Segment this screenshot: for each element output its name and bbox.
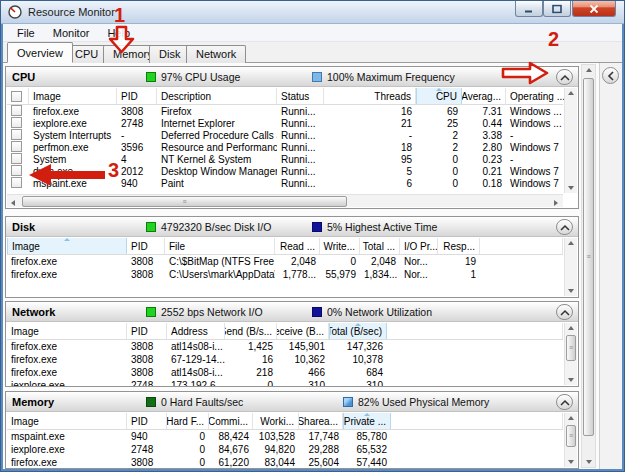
table-row[interactable]: firefox.exe3808atl14s08-i...218466684: [7, 366, 563, 379]
scroll-up-icon[interactable]: [565, 88, 577, 99]
memory-col-working[interactable]: Worki...: [253, 413, 299, 429]
tab-network[interactable]: Network: [186, 45, 246, 63]
cpu-section-header[interactable]: CPU 97% CPU Usage 100% Maximum Frequency: [6, 67, 578, 87]
minimize-icon: [524, 4, 534, 13]
select-all-checkbox[interactable]: [11, 91, 22, 102]
scroll-up-icon[interactable]: [565, 413, 577, 424]
scrollbar-thumb[interactable]: ≡: [566, 425, 576, 447]
scroll-down-icon[interactable]: [565, 374, 577, 385]
disk-vertical-scrollbar[interactable]: [564, 238, 577, 296]
close-icon: [590, 4, 599, 13]
title-bar[interactable]: Resource Monitor: [1, 1, 624, 24]
table-row[interactable]: iexplore.exe2748084,67694,82029,28865,53…: [7, 443, 563, 456]
row-checkbox[interactable]: [11, 117, 22, 128]
network-section-header[interactable]: Network 2552 bps Network I/O 0% Network …: [6, 302, 578, 322]
network-col-address[interactable]: Address: [167, 323, 225, 339]
expand-panel-button[interactable]: [602, 67, 619, 84]
memory-section-header[interactable]: Memory 0 Hard Faults/sec 82% Used Physic…: [6, 392, 578, 412]
cpu-col-os[interactable]: Operating ...: [506, 88, 565, 104]
scroll-down-icon[interactable]: [583, 456, 595, 467]
disk-col-pid[interactable]: PID: [127, 238, 165, 254]
network-col-image[interactable]: Image: [7, 323, 127, 339]
scroll-down-icon[interactable]: [565, 182, 577, 193]
disk-collapse-button[interactable]: [556, 219, 573, 235]
scroll-down-icon[interactable]: [565, 285, 577, 296]
cpu-table-header: Image PID Description Status Threads CPU…: [7, 88, 563, 105]
cpu-col-status[interactable]: Status: [277, 88, 324, 104]
memory-col-hard-faults[interactable]: Hard F...: [167, 413, 209, 429]
memory-section-title: Memory: [12, 396, 54, 408]
disk-col-response[interactable]: Resp...: [438, 238, 480, 254]
memory-col-shareable[interactable]: Sharea...: [299, 413, 343, 429]
table-row[interactable]: perfmon.exe3596Resource and Performance …: [7, 141, 563, 153]
close-button[interactable]: [572, 1, 616, 17]
disk-section-header[interactable]: Disk 4792320 B/sec Disk I/O 5% Highest A…: [6, 217, 578, 237]
scrollbar-thumb[interactable]: ≡: [566, 335, 576, 361]
memory-vertical-scrollbar[interactable]: ≡: [564, 413, 577, 467]
scroll-left-icon[interactable]: [8, 196, 20, 207]
main-vertical-scrollbar[interactable]: ≡: [581, 64, 596, 468]
memory-col-commit[interactable]: Commi...: [209, 413, 253, 429]
table-row[interactable]: firefox.exe3808C:\$BitMap (NTFS Free Sp.…: [7, 255, 563, 268]
memory-table-rows: mspaint.exe940088,424103,52817,74885,780…: [7, 430, 563, 468]
table-row[interactable]: firefox.exe3808061,22083,04425,60457,440: [7, 456, 563, 468]
row-checkbox[interactable]: [11, 105, 22, 116]
table-row[interactable]: firefox.exe380867-129-14...1610,36210,37…: [7, 353, 563, 366]
disk-section-title: Disk: [12, 221, 35, 233]
row-checkbox[interactable]: [11, 177, 22, 188]
network-col-total[interactable]: Total (B/sec): [329, 323, 387, 339]
row-checkbox[interactable]: [11, 129, 22, 140]
disk-col-total[interactable]: Total ...: [360, 238, 400, 254]
table-row[interactable]: firefox.exe3808C:\Users\mark\AppData\L..…: [7, 268, 563, 281]
disk-col-file[interactable]: File: [165, 238, 275, 254]
cpu-vertical-scrollbar[interactable]: [564, 88, 577, 193]
green-swatch-icon: [146, 397, 156, 407]
scroll-up-icon[interactable]: [583, 65, 595, 76]
row-checkbox[interactable]: [11, 153, 22, 164]
scrollbar-thumb[interactable]: ≡: [22, 196, 347, 207]
disk-col-read[interactable]: Read ...: [275, 238, 320, 254]
memory-col-pid[interactable]: PID: [127, 413, 167, 429]
memory-collapse-button[interactable]: [556, 394, 573, 410]
cpu-col-pid[interactable]: PID: [117, 88, 157, 104]
chevron-left-icon: [607, 71, 615, 81]
table-row[interactable]: iexplore.exe2748Internet ExplorerRunni..…: [7, 117, 563, 129]
cpu-collapse-button[interactable]: [556, 69, 573, 85]
scrollbar-thumb[interactable]: ≡: [583, 78, 594, 436]
network-col-pid[interactable]: PID: [127, 323, 167, 339]
tab-disk[interactable]: Disk: [149, 45, 190, 63]
cpu-col-average[interactable]: Averag...: [462, 88, 506, 104]
disk-col-io[interactable]: I/O Pr...: [400, 238, 438, 254]
memory-col-image[interactable]: Image: [7, 413, 127, 429]
minimize-button[interactable]: [515, 1, 543, 17]
cpu-horizontal-scrollbar[interactable]: ≡: [7, 194, 563, 207]
scroll-up-icon[interactable]: [565, 323, 577, 334]
table-row[interactable]: firefox.exe3808atl14s08-i...1,425145,901…: [7, 340, 563, 353]
table-row[interactable]: firefox.exe3808FirefoxRunni...16697.31Wi…: [7, 105, 563, 117]
network-col-receive[interactable]: Receive (B...: [277, 323, 329, 339]
scroll-right-icon[interactable]: [550, 196, 562, 207]
network-collapse-button[interactable]: [556, 304, 573, 320]
green-swatch-icon: [146, 72, 156, 82]
network-vertical-scrollbar[interactable]: ≡: [564, 323, 577, 385]
cpu-col-description[interactable]: Description: [157, 88, 277, 104]
maximize-button[interactable]: [543, 1, 571, 17]
table-row[interactable]: mspaint.exe940088,424103,52817,74885,780: [7, 430, 563, 443]
cpu-col-cpu[interactable]: CPU: [416, 88, 462, 104]
cpu-col-image[interactable]: Image: [29, 88, 117, 104]
table-row[interactable]: System Interrupts-Deferred Procedure Cal…: [7, 129, 563, 141]
network-col-send[interactable]: Send (B/s...: [225, 323, 277, 339]
scroll-down-icon[interactable]: [565, 456, 577, 467]
row-checkbox[interactable]: [11, 141, 22, 152]
memory-col-private[interactable]: Private ...: [343, 413, 391, 429]
scroll-up-icon[interactable]: [565, 238, 577, 249]
menu-monitor[interactable]: Monitor: [45, 26, 98, 40]
row-checkbox[interactable]: [11, 165, 22, 176]
disk-col-write[interactable]: Write...: [320, 238, 360, 254]
disk-col-image[interactable]: Image: [7, 238, 127, 254]
tab-overview[interactable]: Overview: [7, 42, 73, 63]
network-section: Network 2552 bps Network I/O 0% Network …: [5, 301, 579, 387]
menu-file[interactable]: File: [9, 26, 43, 40]
cpu-col-threads[interactable]: Threads: [324, 88, 416, 104]
table-row[interactable]: iexplore.exe2748173.192.6...0310310: [7, 379, 563, 386]
